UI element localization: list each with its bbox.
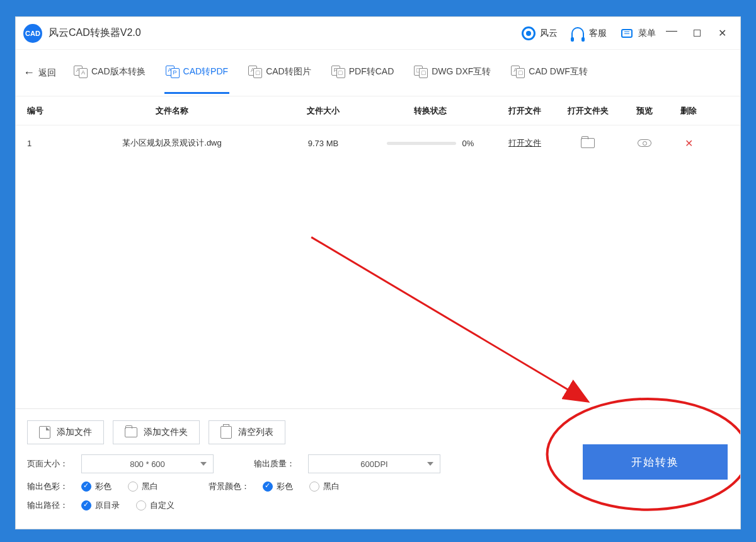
radio-label: 彩色 [277,481,293,492]
clear-list-button[interactable]: 清空列表 [209,420,285,444]
color-color-radio[interactable]: 彩色 [81,481,112,492]
delete-icon[interactable]: ✕ [685,138,693,149]
maximize-icon [694,30,701,37]
app-window: CAD 风云CAD转换器V2.0 风云 客服 菜单 — ✕ ← 返回 AA CA… [15,16,741,529]
open-folder-icon[interactable] [581,138,595,148]
tab-cad-to-pdf[interactable]: AP CAD转PDF [164,52,230,94]
tab-icon: AP [166,66,180,78]
bg-bw-radio[interactable]: 黑白 [309,481,340,492]
options-row-2: 输出色彩： 彩色 黑白 背景颜色： 彩色 黑白 [27,481,729,492]
fengyun-icon [521,26,536,41]
window-close-button[interactable]: ✕ [713,24,731,43]
radio-label: 自定义 [150,500,175,511]
quality-select[interactable]: 600DPI [308,454,440,473]
radio-icon [136,500,146,510]
th-prev: 预览 [619,105,670,117]
support-link[interactable]: 客服 [570,26,607,41]
app-title: 风云CAD转换器V2.0 [49,26,141,40]
tab-cad-dwf[interactable]: A▢ CAD DWF互转 [510,52,588,94]
chevron-down-icon [200,462,207,466]
back-label: 返回 [38,67,56,79]
back-button[interactable]: ← 返回 [23,66,56,79]
window-maximize-button[interactable] [687,24,706,43]
th-state: 转换状态 [367,105,493,117]
tab-label: CAD DWF互转 [529,66,587,78]
tab-label: CAD版本转换 [91,66,146,78]
radio-label: 黑白 [323,481,340,492]
th-no: 编号 [27,105,65,117]
chevron-down-icon [427,462,433,466]
add-folder-button[interactable]: 添加文件夹 [113,420,200,444]
quality-label: 输出质量： [254,458,302,470]
trash-icon [220,426,232,439]
menu-icon [619,26,634,41]
support-label: 客服 [589,28,607,39]
progress-bar [387,142,456,145]
radio-icon [309,481,319,492]
options-row-3: 输出路径： 原目录 自定义 [27,500,729,511]
th-folder: 打开文件夹 [556,105,619,117]
cell-state: 0% [367,139,493,148]
path-label: 输出路径： [27,500,75,511]
cell-size: 9.73 MB [279,139,367,148]
tab-cad-version[interactable]: AA CAD版本转换 [72,52,147,94]
window-minimize-button[interactable]: — [662,21,681,40]
start-convert-button[interactable]: 开始转换 [583,444,728,480]
file-icon [39,426,50,439]
title-bar: CAD 风云CAD转换器V2.0 风云 客服 菜单 — ✕ [16,17,740,50]
menu-label: 菜单 [638,28,656,39]
radio-icon [128,481,138,492]
tab-label: DWG DXF互转 [432,66,491,78]
tab-dwg-dxf[interactable]: ▢▢ DWG DXF互转 [413,52,492,94]
tabs: AA CAD版本转换 AP CAD转PDF A▢ CAD转图片 P▢ PDF转C… [72,52,735,94]
th-open: 打开文件 [493,105,556,117]
radio-label: 黑白 [142,481,158,492]
brand-link[interactable]: 风云 [521,26,558,41]
add-folder-label: 添加文件夹 [144,427,188,438]
action-button-row: 添加文件 添加文件夹 清空列表 [27,420,729,444]
radio-label: 彩色 [95,481,112,492]
tab-bar: ← 返回 AA CAD版本转换 AP CAD转PDF A▢ CAD转图片 P▢ … [16,50,740,96]
color-label: 输出色彩： [27,481,75,492]
color-bw-radio[interactable]: 黑白 [128,481,158,492]
add-file-button[interactable]: 添加文件 [27,420,104,444]
page-size-select[interactable]: 800 * 600 [81,454,214,473]
preview-icon[interactable] [638,139,651,147]
cell-no: 1 [27,139,65,148]
tab-cad-to-image[interactable]: A▢ CAD转图片 [247,52,312,94]
page-size-value: 800 * 600 [130,459,165,469]
brand-label: 风云 [540,28,558,39]
tab-label: CAD转PDF [183,66,229,78]
open-file-link[interactable]: 打开文件 [508,138,541,147]
progress-pct: 0% [462,139,474,148]
th-name: 文件名称 [65,105,279,117]
tab-icon: P▢ [331,66,345,78]
radio-icon [81,481,91,492]
add-file-label: 添加文件 [57,427,92,438]
app-logo-icon: CAD [23,24,42,43]
tab-pdf-to-cad[interactable]: P▢ PDF转CAD [330,52,396,94]
cell-name: 某小区规划及景观设计.dwg [65,137,279,149]
tab-icon: ▢▢ [414,66,428,78]
empty-area [16,161,740,408]
tab-icon: A▢ [248,66,262,78]
page-size-label: 页面大小： [27,458,75,470]
quality-value: 600DPI [360,459,387,469]
folder-icon [125,427,137,437]
clear-list-label: 清空列表 [238,427,273,438]
tab-label: CAD转图片 [266,66,311,78]
radio-label: 原目录 [95,500,120,511]
table-header: 编号 文件名称 文件大小 转换状态 打开文件 打开文件夹 预览 删除 [16,96,740,125]
radio-icon [81,500,91,510]
path-custom-radio[interactable]: 自定义 [136,500,175,511]
bottom-panel: 添加文件 添加文件夹 清空列表 页面大小： 800 * 600 输出质量： [16,408,740,529]
table-row: 1 某小区规划及景观设计.dwg 9.73 MB 0% 打开文件 ✕ [16,125,740,161]
back-arrow-icon: ← [23,66,35,79]
path-orig-radio[interactable]: 原目录 [81,500,120,511]
bg-color-radio[interactable]: 彩色 [263,481,293,492]
tab-icon: A▢ [511,66,525,78]
bg-label: 背景颜色： [209,481,256,492]
menu-button[interactable]: 菜单 [619,26,656,41]
th-del: 删除 [670,105,707,117]
tab-icon: AA [74,66,88,78]
